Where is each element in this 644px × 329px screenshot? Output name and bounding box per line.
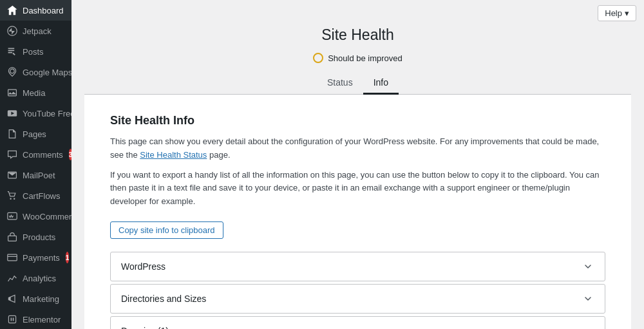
posts-icon [6,46,18,57]
accordion-header-wordpress[interactable]: WordPress [111,252,605,281]
tab-status[interactable]: Status [317,72,363,95]
map-icon [6,66,18,78]
accordion-header-dropins[interactable]: Drop-ins (1) [111,317,605,329]
sidebar-item-label: Jetpack [23,26,52,36]
topbar: Help ▾ [71,0,644,26]
info-desc-1: This page can show you every detail abou… [110,135,605,162]
chevron-down-icon [582,292,594,305]
copy-site-info-button[interactable]: Copy site info to clipboard [110,221,223,239]
help-label: Help [605,8,622,18]
svg-point-1 [10,69,14,73]
svg-rect-2 [8,89,17,96]
page-title: Site Health [84,26,631,44]
status-circle-icon [313,53,323,63]
sidebar-item-label: WooCommerce [23,212,71,221]
svg-point-7 [14,198,15,200]
sidebar-item-payments[interactable]: Payments1 [0,247,71,268]
tab-info[interactable]: Info [363,72,399,95]
chevron-down-icon [582,260,594,273]
comments-icon [6,149,18,160]
sidebar-item-label: CartFlows [23,191,61,201]
sidebar-item-label: Dashboard [23,6,64,15]
products-icon [6,231,18,243]
woo-icon [6,211,18,222]
sidebar-item-label: Comments [23,150,63,160]
sidebar-item-label: Pages [23,129,46,139]
elementor-icon [6,314,18,325]
sidebar-item-media[interactable]: Media [0,82,71,103]
sidebar-item-cartflows[interactable]: CartFlows [0,185,71,206]
sidebar-item-dashboard[interactable]: Dashboard [0,0,71,21]
youtube-icon [6,108,18,119]
sidebar-item-jetpack[interactable]: Jetpack [0,21,71,41]
svg-rect-11 [8,315,15,323]
sidebar-item-google-maps[interactable]: Google Maps [0,62,71,82]
sidebar-item-mailpoet[interactable]: MailPoet [0,165,71,185]
accordion-label: Drop-ins (1) [121,326,169,329]
accordion-item-dropins: Drop-ins (1) [110,316,605,329]
pages-icon [6,128,18,140]
sidebar-item-posts[interactable]: Posts [0,41,71,62]
accordion-item-directories: Directories and Sizes [110,284,605,314]
payments-icon [6,252,18,263]
svg-rect-9 [8,236,17,241]
sidebar-item-label: MailPoet [23,171,55,180]
info-desc-2: If you want to export a handy list of al… [110,169,605,209]
svg-rect-10 [8,254,17,261]
accordion-label: Directories and Sizes [121,294,206,304]
marketing-icon [6,293,18,305]
sidebar-item-label: Payments [23,253,60,263]
svg-point-6 [10,198,11,200]
sidebar-badge: 1 [66,252,70,263]
sidebar-item-products[interactable]: Products [0,227,71,247]
sidebar-item-woocommerce[interactable]: WooCommerce [0,206,71,227]
jetpack-icon [6,25,18,37]
sidebar: DashboardJetpackPostsGoogle MapsMediaYou… [0,0,71,329]
sidebar-item-label: Products [23,232,55,242]
sidebar-item-label: Analytics [23,274,56,283]
accordion-container: WordPressDirectories and SizesDrop-ins (… [110,252,605,329]
sidebar-item-label: Marketing [23,294,59,304]
status-indicator: Should be improved [84,53,631,63]
sidebar-item-comments[interactable]: Comments3 [0,144,71,165]
tabs-container: StatusInfo [84,72,631,95]
info-title: Site Health Info [110,114,605,127]
site-health-status-link[interactable]: Site Health Status [140,150,207,160]
sidebar-item-label: YouTube Free [23,109,71,118]
dashboard-icon [6,5,18,16]
status-label: Should be improved [328,53,402,63]
analytics-icon [6,272,18,284]
help-chevron-icon: ▾ [625,8,629,18]
sidebar-item-label: Elementor [23,315,61,324]
sidebar-item-youtube-free[interactable]: YouTube Free [0,103,71,124]
accordion-label: WordPress [121,261,166,272]
main-content: Help ▾ Site Health Should be improved St… [71,0,644,329]
sidebar-item-marketing[interactable]: Marketing [0,288,71,309]
help-button[interactable]: Help ▾ [598,5,636,21]
cartflows-icon [6,190,18,202]
chevron-down-icon [582,324,594,329]
sidebar-item-label: Media [23,88,45,98]
sidebar-item-label: Google Maps [23,68,71,77]
accordion-header-directories[interactable]: Directories and Sizes [111,285,605,313]
sidebar-item-label: Posts [23,47,44,57]
media-icon [6,87,18,99]
mailpoet-icon [6,169,18,181]
sidebar-item-pages[interactable]: Pages [0,124,71,144]
sidebar-item-elementor[interactable]: Elementor [0,309,71,329]
accordion-item-wordpress: WordPress [110,252,605,281]
info-section: Site Health Info This page can show you … [84,95,631,329]
sidebar-item-analytics[interactable]: Analytics [0,268,71,288]
